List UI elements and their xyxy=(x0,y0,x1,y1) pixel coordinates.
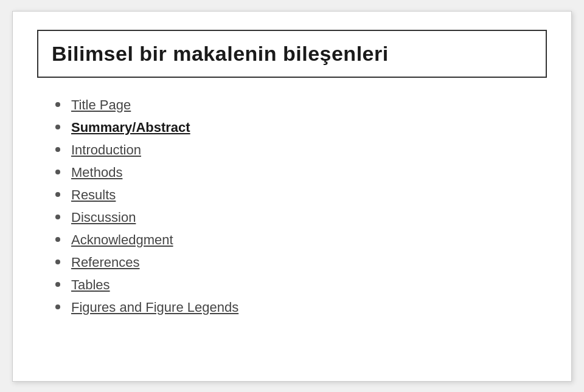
list-item: References xyxy=(55,252,547,272)
list-item-label: Acknowledgment xyxy=(71,230,173,250)
bullet-icon xyxy=(55,125,60,129)
list-item-label: References xyxy=(71,252,140,272)
list-item-label: Title Page xyxy=(71,95,131,115)
title-box: Bilimsel bir makalenin bileşenleri xyxy=(37,30,547,78)
list-item-label: Methods xyxy=(71,162,122,182)
bullet-icon xyxy=(55,260,60,264)
bullet-icon xyxy=(55,304,60,309)
list-item-label: Figures and Figure Legends xyxy=(71,297,238,317)
list-item-label: Tables xyxy=(71,275,110,295)
list-item: Results xyxy=(55,185,547,205)
bullet-icon xyxy=(55,192,60,197)
list-item: Figures and Figure Legends xyxy=(55,297,547,317)
content-list: Title PageSummary/AbstractIntroductionMe… xyxy=(55,95,547,320)
list-item: Introduction xyxy=(55,140,547,160)
list-item: Methods xyxy=(55,162,547,182)
list-item-label: Results xyxy=(71,185,116,205)
list-item: Tables xyxy=(55,275,547,295)
slide-title: Bilimsel bir makalenin bileşenleri xyxy=(52,42,389,65)
list-item-label: Introduction xyxy=(71,140,141,160)
bullet-icon xyxy=(55,170,60,174)
bullet-icon xyxy=(55,102,60,107)
list-item-label: Summary/Abstract xyxy=(71,117,190,137)
list-item: Discussion xyxy=(55,207,547,227)
list-item: Acknowledgment xyxy=(55,230,547,250)
bullet-icon xyxy=(55,282,60,287)
list-item: Title Page xyxy=(55,95,547,115)
bullet-icon xyxy=(55,147,60,152)
bullet-icon xyxy=(55,237,60,242)
list-item: Summary/Abstract xyxy=(55,117,547,137)
list-item-label: Discussion xyxy=(71,207,136,227)
bullet-icon xyxy=(55,215,60,219)
slide: Bilimsel bir makalenin bileşenleri Title… xyxy=(12,11,572,382)
